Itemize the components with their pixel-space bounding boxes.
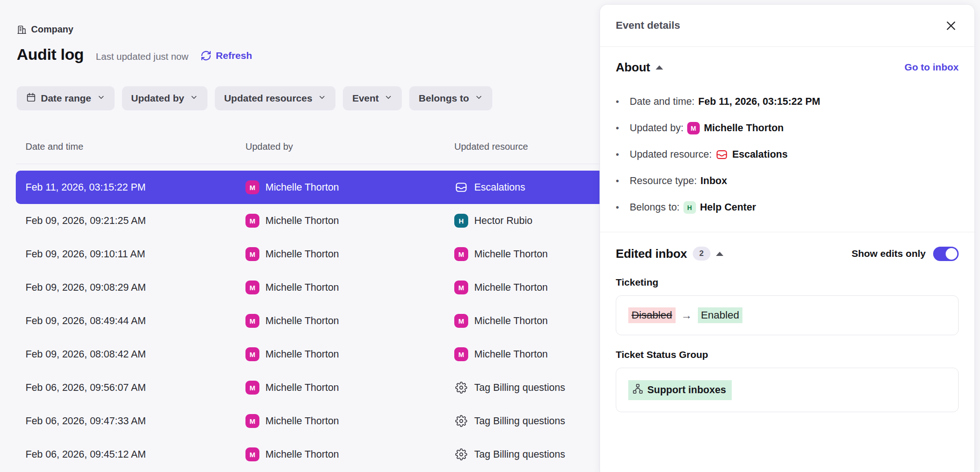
column-updated-resource: Updated resource bbox=[454, 141, 603, 152]
cell-updated-resource: Escalations bbox=[454, 181, 603, 194]
gear-icon bbox=[454, 448, 468, 460]
cell-datetime: Feb 06, 2026, 09:56:07 AM bbox=[26, 382, 245, 394]
show-edits-only-toggle[interactable] bbox=[933, 247, 959, 261]
cell-datetime: Feb 09, 2026, 09:08:29 AM bbox=[26, 282, 245, 293]
ticketing-label: Ticketing bbox=[616, 277, 959, 288]
filter-updated-by[interactable]: Updated by bbox=[122, 86, 207, 110]
cell-updated-by: M Michelle Thorton bbox=[245, 281, 454, 294]
bullet: • bbox=[616, 202, 630, 213]
main-area: Company Audit log Last updated just now … bbox=[0, 0, 603, 472]
status-group-icon bbox=[632, 383, 643, 397]
table-row[interactable]: Feb 09, 2026, 09:21:25 AM M Michelle Tho… bbox=[16, 204, 603, 237]
avatar: H bbox=[454, 214, 468, 228]
gear-icon bbox=[454, 415, 468, 427]
table-header: Date and time Updated by Updated resourc… bbox=[16, 138, 603, 155]
table-row[interactable]: Feb 06, 2026, 09:56:07 AM M Michelle Tho… bbox=[16, 371, 603, 404]
table-row[interactable]: Feb 06, 2026, 09:45:12 AM M Michelle Tho… bbox=[16, 438, 603, 471]
title-row: Audit log Last updated just now Refresh bbox=[17, 45, 252, 64]
refresh-icon bbox=[200, 49, 212, 62]
panel-divider bbox=[600, 232, 974, 232]
refresh-button[interactable]: Refresh bbox=[200, 49, 252, 62]
refresh-label: Refresh bbox=[216, 50, 252, 61]
table-row[interactable]: Feb 11, 2026, 03:15:22 PM M Michelle Tho… bbox=[16, 171, 603, 204]
edited-inbox-heading: Edited inbox bbox=[616, 247, 687, 261]
cell-datetime: Feb 06, 2026, 09:45:12 AM bbox=[26, 449, 245, 460]
avatar: M bbox=[245, 381, 259, 395]
cell-datetime: Feb 06, 2026, 09:47:33 AM bbox=[26, 415, 245, 427]
table-row[interactable]: Feb 09, 2026, 09:08:29 AM M Michelle Tho… bbox=[16, 271, 603, 304]
panel-header: Event details bbox=[600, 5, 974, 47]
cell-updated-by: M Michelle Thorton bbox=[245, 180, 454, 194]
cell-updated-resource: M Michelle Thorton bbox=[454, 314, 603, 328]
about-section-header: About Go to inbox bbox=[616, 58, 959, 77]
table-row[interactable]: Feb 09, 2026, 08:49:44 AM M Michelle Tho… bbox=[16, 304, 603, 338]
avatar: M bbox=[687, 122, 700, 134]
about-item-date-time: • Date and time: Feb 11, 2026, 03:15:22 … bbox=[616, 89, 959, 115]
avatar: M bbox=[454, 281, 468, 294]
cell-updated-resource: M Michelle Thorton bbox=[454, 281, 603, 294]
filter-label: Event bbox=[352, 93, 379, 104]
panel-title: Event details bbox=[616, 19, 680, 32]
avatar: M bbox=[245, 314, 259, 328]
cell-datetime: Feb 09, 2026, 08:08:42 AM bbox=[26, 349, 245, 360]
building-icon bbox=[17, 25, 27, 35]
cell-updated-resource: Tag Billing questions bbox=[454, 382, 603, 394]
cell-updated-resource: Tag Billing questions bbox=[454, 415, 603, 427]
filter-label: Belongs to bbox=[419, 93, 469, 104]
arrow-right-icon: → bbox=[681, 309, 692, 322]
cell-updated-by: M Michelle Thorton bbox=[245, 381, 454, 395]
inbox-icon bbox=[716, 148, 728, 161]
cell-updated-resource: Tag Billing questions bbox=[454, 448, 603, 460]
filter-label: Date range bbox=[41, 93, 91, 104]
about-item-resource-type: • Resource type: Inbox bbox=[616, 168, 959, 194]
table-row[interactable]: Feb 06, 2026, 09:47:33 AM M Michelle Tho… bbox=[16, 404, 603, 438]
bullet: • bbox=[616, 96, 630, 107]
chevron-down-icon bbox=[318, 93, 326, 104]
avatar: M bbox=[245, 214, 259, 228]
filter-event[interactable]: Event bbox=[343, 86, 402, 110]
ticket-status-group-card: Support inboxes bbox=[616, 368, 959, 412]
cell-datetime: Feb 09, 2026, 09:10:11 AM bbox=[26, 249, 245, 260]
close-icon[interactable] bbox=[943, 18, 959, 33]
filter-label: Updated resources bbox=[224, 93, 312, 104]
old-value: Disabled bbox=[628, 307, 676, 323]
about-item-updated-resource: • Updated resource: Escalations bbox=[616, 141, 959, 168]
cell-datetime: Feb 09, 2026, 08:49:44 AM bbox=[26, 315, 245, 327]
event-details-panel: Event details About Go to inbox • Date a… bbox=[600, 5, 974, 472]
cell-updated-by: M Michelle Thorton bbox=[245, 214, 454, 228]
breadcrumb[interactable]: Company bbox=[17, 24, 73, 35]
ticketing-change-card: Disabled → Enabled bbox=[616, 295, 959, 335]
filter-bar: Date range Updated by Updated resources … bbox=[17, 86, 492, 110]
avatar: M bbox=[454, 314, 468, 328]
table-row[interactable]: Feb 09, 2026, 09:10:11 AM M Michelle Tho… bbox=[16, 237, 603, 271]
collapse-caret-icon[interactable] bbox=[716, 252, 723, 256]
column-updated-by: Updated by bbox=[245, 141, 454, 152]
toggle-knob bbox=[946, 248, 957, 260]
cell-updated-by: M Michelle Thorton bbox=[245, 414, 454, 428]
edit-count-badge: 2 bbox=[693, 247, 710, 261]
about-list: • Date and time: Feb 11, 2026, 03:15:22 … bbox=[616, 89, 959, 221]
filter-belongs-to[interactable]: Belongs to bbox=[409, 86, 492, 110]
cell-updated-resource: H Hector Rubio bbox=[454, 214, 603, 228]
chevron-down-icon bbox=[475, 93, 483, 104]
filter-date-range[interactable]: Date range bbox=[17, 86, 115, 110]
support-inboxes-tag: Support inboxes bbox=[628, 380, 732, 400]
about-heading: About bbox=[616, 60, 650, 75]
table-row[interactable]: Feb 09, 2026, 08:08:42 AM M Michelle Tho… bbox=[16, 338, 603, 371]
table-body: Feb 11, 2026, 03:15:22 PM M Michelle Tho… bbox=[16, 171, 603, 471]
bullet: • bbox=[616, 123, 630, 134]
edited-inbox-section-header: Edited inbox 2 Show edits only bbox=[616, 244, 959, 263]
help-center-chip: H bbox=[683, 201, 696, 214]
go-to-inbox-link[interactable]: Go to inbox bbox=[904, 62, 959, 73]
gear-icon bbox=[454, 382, 468, 394]
filter-label: Updated by bbox=[131, 93, 184, 104]
filter-updated-resources[interactable]: Updated resources bbox=[215, 86, 335, 110]
chevron-down-icon bbox=[97, 93, 105, 104]
breadcrumb-label: Company bbox=[31, 24, 73, 35]
audit-log-screen: Company Audit log Last updated just now … bbox=[0, 0, 980, 472]
bullet: • bbox=[616, 176, 630, 186]
avatar: M bbox=[454, 247, 468, 261]
about-item-belongs-to: • Belongs to: H Help Center bbox=[616, 194, 959, 221]
cell-updated-by: M Michelle Thorton bbox=[245, 347, 454, 361]
collapse-caret-icon[interactable] bbox=[656, 65, 663, 70]
